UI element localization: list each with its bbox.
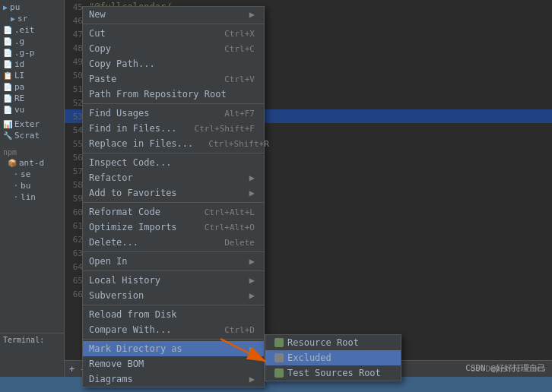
file-icon: · [14, 170, 18, 179]
sidebar-item-re[interactable]: 📄 RE [0, 93, 64, 104]
context-menu: New ▶ Cut Ctrl+X Copy Ctrl+C Copy Path..… [82, 6, 265, 387]
menu-item-open-in[interactable]: Open In ▶ [83, 254, 264, 269]
menu-item-copy[interactable]: Copy Ctrl+C [83, 41, 264, 56]
sidebar-label: sr [17, 14, 27, 24]
sidebar-label: .g-p [14, 48, 35, 58]
menu-item-remove-bom[interactable]: Remove BOM [83, 356, 264, 371]
submenu-arrow-icon: ▶ [249, 290, 255, 301]
menu-item-mark-directory-as[interactable]: Mark Directory as ▶ [83, 341, 264, 356]
menu-separator [83, 202, 264, 203]
menu-item-reformat-code[interactable]: Reformat Code Ctrl+Alt+L [83, 204, 264, 220]
license-icon: 📋 [3, 71, 12, 80]
menu-separator [83, 153, 264, 153]
npm-item-label: ant-d [19, 158, 44, 168]
submenu-arrow-icon: ▶ [249, 172, 255, 183]
submenu-arrow-icon: ▶ [249, 9, 255, 20]
submenu-arrow-icon: ▶ [249, 343, 255, 354]
file-icon: 📄 [3, 26, 12, 34]
menu-item-paste[interactable]: Paste Ctrl+V [83, 71, 264, 87]
file-icon: · [14, 182, 18, 190]
sidebar-label: LI [14, 71, 24, 81]
sidebar-item-g[interactable]: 📄 .g [0, 36, 64, 47]
sidebar-item-gp[interactable]: 📄 .g-p [0, 47, 64, 58]
menu-item-replace-in-files[interactable]: Replace in Files... Ctrl+Shift+R [83, 136, 264, 151]
sidebar-item-pu[interactable]: ▶ pu [0, 2, 64, 13]
file-icon: 📄 [3, 49, 12, 57]
sidebar-npm-se[interactable]: · se [0, 169, 64, 180]
test-sources-icon [274, 368, 284, 378]
sidebar-item-li[interactable]: 📋 LI [0, 70, 64, 81]
mark-directory-submenu: Resource Root Excluded Test Sources Root [265, 334, 401, 381]
file-icon: 📄 [3, 37, 12, 46]
menu-item-find-in-files[interactable]: Find in Files... Ctrl+Shift+F [83, 121, 264, 136]
file-icon: · [14, 193, 18, 201]
sidebar-label: .eit [14, 25, 35, 35]
submenu-item-excluded[interactable]: Excluded [265, 350, 401, 365]
sidebar-label: .g [14, 36, 24, 46]
menu-separator [83, 251, 264, 252]
menu-item-reload-from-disk[interactable]: Reload from Disk [83, 307, 264, 322]
npm-item-label: bu [21, 181, 30, 191]
sidebar-item-scratch[interactable]: 🔧 Scrat [0, 130, 64, 141]
sidebar-label: Exter [14, 119, 40, 129]
sidebar-label: id [14, 59, 24, 69]
submenu-arrow-icon: ▶ [249, 188, 255, 198]
readme-icon: 📄 [3, 94, 12, 103]
sidebar-label: RE [14, 93, 24, 103]
sidebar-npm-bu[interactable]: · bu [0, 180, 64, 191]
submenu-arrow-icon: ▶ [249, 256, 255, 267]
sidebar-item-eit[interactable]: 📄 .eit [0, 24, 64, 36]
folder-icon: ▶ [11, 14, 15, 23]
menu-item-diagrams[interactable]: Diagrams ▶ [83, 371, 264, 387]
terminal-label: Terminal: [3, 336, 44, 344]
npm-item-label: se [21, 169, 30, 179]
npm-package-icon: 📦 [8, 159, 17, 167]
submenu-arrow-icon: ▶ [249, 275, 255, 286]
menu-item-find-usages[interactable]: Find Usages Alt+F7 [83, 106, 264, 121]
excluded-icon [274, 353, 284, 362]
sidebar-label: Scrat [14, 131, 40, 141]
submenu-item-resource-root[interactable]: Resource Root [265, 335, 401, 350]
plugin-icon: 📊 [3, 120, 12, 128]
sidebar-item-id[interactable]: 📄 id [0, 58, 64, 70]
menu-item-local-history[interactable]: Local History ▶ [83, 273, 264, 288]
file-icon: 📄 [3, 60, 12, 68]
file-icon: 📄 [3, 83, 12, 91]
file-tree: ▶ pu ▶ sr 📄 .eit 📄 .g 📄 .g-p 📄 id 📋 LI 📄… [0, 0, 65, 392]
sidebar-npm-antd[interactable]: 📦 ant-d [0, 157, 64, 169]
menu-separator [83, 305, 264, 305]
file-icon: 📄 [3, 106, 12, 114]
menu-item-path-from-repo[interactable]: Path From Repository Root [83, 87, 264, 102]
watermark: CSDN @好好打理自己 [465, 362, 546, 374]
sidebar-item-external[interactable]: 📊 Exter [0, 119, 64, 130]
resource-root-icon [274, 338, 284, 347]
menu-item-delete[interactable]: Delete... Delete [83, 235, 264, 250]
menu-item-cut[interactable]: Cut Ctrl+X [83, 26, 264, 41]
menu-separator [83, 270, 264, 271]
add-button[interactable]: + [69, 364, 75, 375]
sidebar-label: pu [10, 2, 20, 12]
npm-label: npm [3, 148, 17, 156]
sidebar-npm-header[interactable]: npm [0, 147, 64, 157]
npm-item-label: lin [21, 192, 36, 202]
sidebar-item-vu[interactable]: 📄 vu [0, 104, 64, 115]
sidebar-label: pa [14, 82, 24, 92]
sidebar-item-pa[interactable]: 📄 pa [0, 81, 64, 93]
submenu-arrow-icon: ▶ [249, 374, 255, 384]
sidebar-item-sr[interactable]: ▶ sr [0, 13, 64, 24]
folder-icon: ▶ [3, 3, 8, 11]
menu-item-inspect-code[interactable]: Inspect Code... [83, 155, 264, 170]
menu-item-copy-path[interactable]: Copy Path... [83, 56, 264, 71]
menu-separator [83, 24, 264, 24]
menu-item-subversion[interactable]: Subversion ▶ [83, 288, 264, 303]
menu-item-compare-with[interactable]: Compare With... Ctrl+D [83, 322, 264, 337]
sidebar-npm-lin[interactable]: · lin [0, 191, 64, 203]
menu-separator [83, 103, 264, 104]
menu-item-new[interactable]: New ▶ [83, 7, 264, 22]
menu-item-optimize-imports[interactable]: Optimize Imports Ctrl+Alt+O [83, 220, 264, 235]
menu-item-refactor[interactable]: Refactor ▶ [83, 170, 264, 185]
menu-separator [83, 339, 264, 340]
sidebar-label: vu [14, 105, 24, 115]
submenu-item-test-sources-root[interactable]: Test Sources Root [265, 365, 401, 381]
menu-item-add-to-favorites[interactable]: Add to Favorites ▶ [83, 185, 264, 201]
